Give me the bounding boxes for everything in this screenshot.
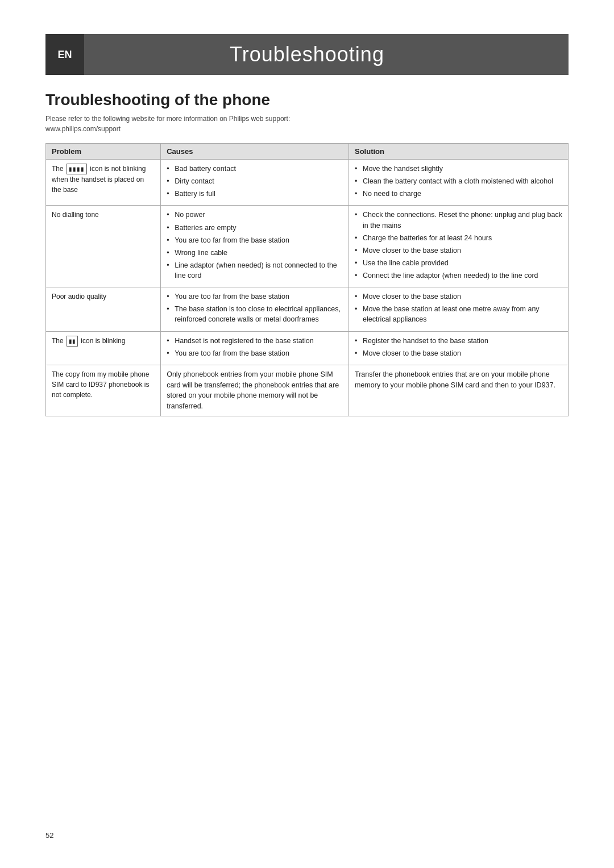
solution-item: Move closer to the base station: [355, 245, 562, 256]
col-solution: Solution: [349, 144, 569, 160]
solution-item: Clean the battery contact with a cloth m…: [355, 176, 562, 186]
solution-item: Move the base station at least one metre…: [355, 304, 562, 324]
solution-cell: Transfer the phonebook entries that are …: [349, 365, 569, 416]
trouble-table: Problem Causes Solution The ▮▮▮▮ icon is…: [45, 143, 569, 416]
problem-cell: Poor audio quality: [46, 287, 161, 331]
cause-item: Battery is full: [167, 189, 343, 199]
cause-item: Bad battery contact: [167, 164, 343, 174]
solution-cell: Move closer to the base station Move the…: [349, 287, 569, 331]
page: EN Troubleshooting Troubleshooting of th…: [0, 0, 614, 868]
cause-item: Wrong line cable: [167, 248, 343, 258]
solution-item: Move the handset slightly: [355, 164, 562, 174]
problem-cell: The copy from my mobile phone SIM card t…: [46, 365, 161, 416]
solution-item: Connect the line adaptor (when needed) t…: [355, 270, 562, 281]
section-title: Troubleshooting of the phone: [45, 91, 569, 109]
section-subtitle: Please refer to the following website fo…: [45, 114, 569, 134]
causes-cell: Only phonebook entries from your mobile …: [161, 365, 349, 416]
cause-item: Dirty contact: [167, 176, 343, 186]
cause-item: The base station is too close to electri…: [167, 304, 343, 324]
cause-item: No power: [167, 210, 343, 220]
solution-item: Use the line cable provided: [355, 258, 562, 268]
cause-item: Batteries are empty: [167, 223, 343, 233]
solution-cell: Check the connections. Reset the phone: …: [349, 206, 569, 287]
signal-icon: ▮▮▮▮: [67, 164, 87, 174]
solution-item: Move closer to the base station: [355, 348, 562, 358]
cause-item: Line adaptor (when needed) is not connec…: [167, 260, 343, 281]
header-banner: EN Troubleshooting: [45, 34, 569, 75]
col-problem: Problem: [46, 144, 161, 160]
solution-item: Check the connections. Reset the phone: …: [355, 210, 562, 230]
problem-cell: The ▮▮ icon is blinking: [46, 331, 161, 365]
cause-item: You are too far from the base station: [167, 291, 343, 302]
causes-cell: Handset is not registered to the base st…: [161, 331, 349, 365]
solution-cell: Move the handset slightly Clean the batt…: [349, 160, 569, 206]
causes-cell: Bad battery contact Dirty contact Batter…: [161, 160, 349, 206]
problem-cell: The ▮▮▮▮ icon is not blinking when the h…: [46, 160, 161, 206]
problem-cell: No dialling tone: [46, 206, 161, 287]
lang-badge: EN: [45, 34, 84, 75]
causes-cell: No power Batteries are empty You are too…: [161, 206, 349, 287]
cause-item: You are too far from the base station: [167, 348, 343, 358]
col-causes: Causes: [161, 144, 349, 160]
solution-item: Charge the batteries for at least 24 hou…: [355, 233, 562, 243]
solution-item: Move closer to the base station: [355, 291, 562, 302]
handset-icon: ▮▮: [67, 336, 78, 347]
table-row: The ▮▮▮▮ icon is not blinking when the h…: [46, 160, 569, 206]
table-row: Poor audio quality You are too far from …: [46, 287, 569, 331]
cause-item: You are too far from the base station: [167, 235, 343, 245]
table-row: The copy from my mobile phone SIM card t…: [46, 365, 569, 416]
header-title: Troubleshooting: [84, 43, 569, 66]
cause-item: Handset is not registered to the base st…: [167, 336, 343, 346]
solution-item: Register the handset to the base station: [355, 336, 562, 346]
page-number: 52: [45, 831, 53, 840]
causes-cell: You are too far from the base station Th…: [161, 287, 349, 331]
solution-item: No need to charge: [355, 189, 562, 199]
table-row: The ▮▮ icon is blinking Handset is not r…: [46, 331, 569, 365]
solution-cell: Register the handset to the base station…: [349, 331, 569, 365]
table-row: No dialling tone No power Batteries are …: [46, 206, 569, 287]
